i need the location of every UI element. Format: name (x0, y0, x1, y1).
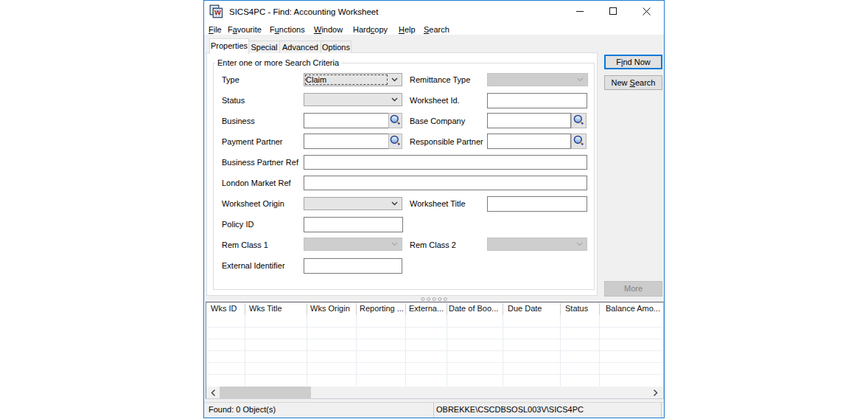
svg-text:W: W (214, 8, 221, 16)
